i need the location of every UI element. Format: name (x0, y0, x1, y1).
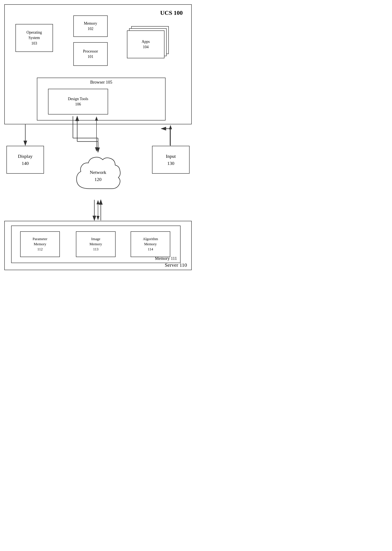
processor-box: Processor101 (73, 42, 108, 66)
memory111-box: Memory 111 ParameterMemory112 ImageMemor… (11, 226, 181, 263)
browser-box: Browser 105 Design Tools106 (37, 78, 166, 120)
apps-label: Apps104 (141, 39, 150, 50)
param-memory-box: ParameterMemory112 (20, 231, 60, 257)
display-label: Display140 (18, 153, 32, 167)
algo-memory-box: AlgorithmMemory114 (131, 231, 170, 257)
ucs-box: UCS 100 Memory102 Processor101 Operating… (4, 4, 192, 124)
memory-box: Memory102 (73, 15, 108, 37)
image-memory-label: ImageMemory113 (89, 237, 102, 252)
algo-memory-label: AlgorithmMemory114 (143, 237, 158, 252)
design-tools-label: Design Tools106 (68, 96, 88, 107)
input-label: Input130 (166, 153, 176, 167)
network-label: Network120 (90, 169, 106, 183)
image-memory-box: ImageMemory113 (76, 231, 116, 257)
network-cloud: Network120 (68, 152, 128, 199)
processor-label: Processor101 (83, 49, 98, 59)
apps-stack: Apps104 (127, 26, 172, 61)
design-tools-box: Design Tools106 (48, 89, 108, 114)
input-box: Input130 (152, 146, 189, 174)
diagram: UCS 100 Memory102 Processor101 Operating… (0, 0, 196, 276)
browser-label: Browser 105 (90, 80, 112, 85)
display-box: Display140 (7, 146, 44, 174)
server-box: Server 110 Memory 111 ParameterMemory112… (4, 221, 192, 270)
apps-box-front: Apps104 (127, 30, 164, 58)
os-label: OperatingSystem103 (27, 30, 42, 46)
os-box: OperatingSystem103 (15, 24, 53, 52)
memory-label: Memory102 (84, 21, 97, 32)
param-memory-label: ParameterMemory112 (33, 237, 47, 252)
ucs-label: UCS 100 (160, 9, 183, 16)
server-label: Server 110 (165, 262, 187, 268)
